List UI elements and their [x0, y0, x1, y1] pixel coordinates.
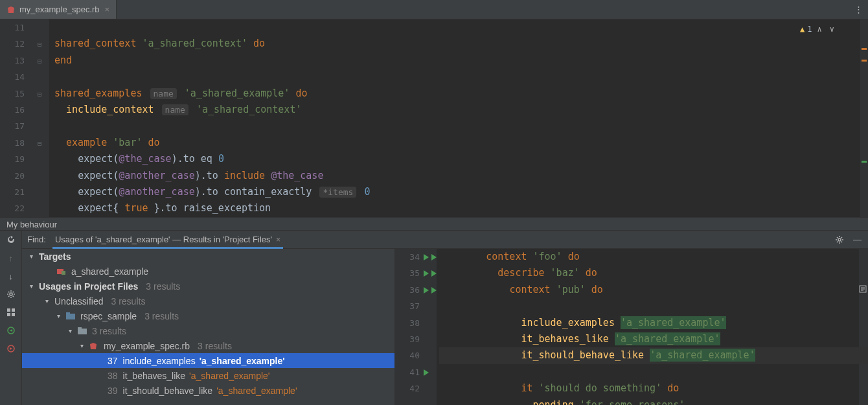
svg-point-1: [10, 293, 12, 295]
find-header: Find: Usages of 'a_shared_example' — Res…: [22, 231, 868, 249]
prev-highlight-icon[interactable]: ∧: [815, 25, 825, 34]
tree-targets-node[interactable]: ▾ Targets: [22, 249, 394, 264]
editor-tab-bar: my_example_spec.rb × ⋮: [0, 0, 868, 19]
next-occurrence-icon[interactable]: ↓: [6, 271, 16, 281]
error-stripe[interactable]: [860, 19, 868, 217]
target-icon: [57, 268, 67, 275]
tree-module-node[interactable]: ▾ rspec_sample 3 results: [22, 308, 394, 323]
svg-rect-5: [12, 313, 15, 316]
preview-run-gutter: [422, 249, 437, 405]
svg-point-8: [838, 238, 841, 241]
close-icon[interactable]: ×: [104, 5, 111, 14]
svg-rect-10: [62, 271, 65, 275]
editor-tab-label: my_example_spec.rb: [19, 5, 100, 14]
find-label: Find:: [27, 235, 46, 244]
preview-gutter: 343536373839404142: [395, 249, 422, 405]
prev-occurrence-icon[interactable]: ↑: [6, 253, 16, 263]
fold-gutter: ⊟⊟⊟⊟: [36, 19, 49, 217]
warning-icon: ▲: [800, 25, 805, 34]
settings-icon[interactable]: [6, 289, 16, 299]
usages-tree[interactable]: ▾ Targets a_shared_example ▾ Usages in P…: [22, 249, 395, 405]
editor-gutter: 111213141516171819202122: [0, 19, 36, 217]
svg-rect-14: [78, 327, 82, 330]
code-area[interactable]: shared_context 'a_shared_context' doends…: [49, 19, 868, 217]
find-toolbar: ↑ ↓: [0, 231, 22, 405]
tree-usages-node[interactable]: ▾ Usages in Project Files 3 results: [22, 279, 394, 294]
module-icon: [66, 312, 76, 320]
usage-result-row[interactable]: 37 include_examples 'a_shared_example': [22, 353, 394, 368]
ruby-file-icon: [6, 5, 16, 14]
tree-file-node[interactable]: ▾ my_example_spec.rb 3 results: [22, 338, 394, 353]
preview-code[interactable]: context 'foo' do describe 'baz' do conte…: [437, 249, 868, 405]
usage-preview[interactable]: 343536373839404142 context 'foo' do desc…: [395, 249, 868, 405]
find-tab-label: Usages of 'a_shared_example' — Results i…: [55, 235, 272, 244]
tree-target-item[interactable]: a_shared_example: [22, 264, 394, 279]
svg-rect-3: [12, 308, 15, 312]
editor-tab[interactable]: my_example_spec.rb ×: [0, 0, 117, 19]
hide-toolwindow-icon[interactable]: —: [853, 235, 862, 244]
structure-path-bar: My behaviour: [0, 217, 868, 231]
svg-rect-2: [7, 308, 10, 312]
warning-count: 1: [807, 25, 812, 34]
svg-rect-12: [66, 312, 70, 315]
export-icon[interactable]: [6, 343, 16, 354]
close-icon[interactable]: ×: [276, 235, 280, 244]
ruby-file-icon: [89, 342, 100, 350]
usage-result-row[interactable]: 38 it_behaves_like 'a_shared_example': [22, 368, 394, 383]
tree-dir-node[interactable]: ▾ 3 results: [22, 323, 394, 338]
merge-icon[interactable]: [6, 325, 16, 336]
usage-result-row[interactable]: 39 it_should_behave_like 'a_shared_examp…: [22, 383, 394, 398]
find-usages-panel: ↑ ↓ Find: Usages of 'a_shared_example' —…: [0, 231, 868, 405]
toolwindow-settings-icon[interactable]: [835, 235, 844, 244]
group-by-icon[interactable]: [6, 307, 16, 318]
folder-icon: [78, 327, 88, 335]
tree-unclassified-node[interactable]: ▾ Unclassified 3 results: [22, 294, 394, 308]
more-menu-icon[interactable]: ⋮: [849, 0, 868, 19]
svg-rect-4: [7, 313, 10, 316]
find-results-tab[interactable]: Usages of 'a_shared_example' — Results i…: [52, 231, 283, 248]
inspection-badge[interactable]: ▲ 1 ∧ ∨: [800, 25, 837, 34]
next-highlight-icon[interactable]: ∨: [827, 25, 837, 34]
editor[interactable]: 111213141516171819202122 ⊟⊟⊟⊟ shared_con…: [0, 19, 868, 217]
rerun-icon[interactable]: [6, 235, 16, 245]
